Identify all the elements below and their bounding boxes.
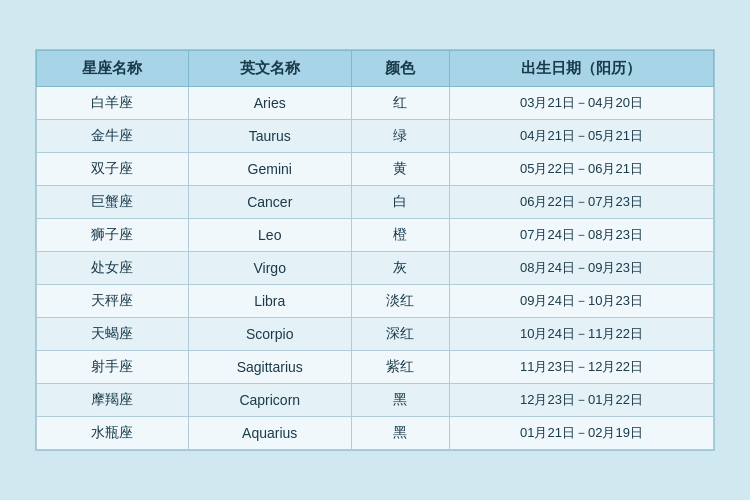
header-dates: 出生日期（阳历） [449, 51, 713, 87]
cell-chinese-name: 狮子座 [37, 219, 189, 252]
cell-dates: 05月22日－06月21日 [449, 153, 713, 186]
table-row: 处女座Virgo灰08月24日－09月23日 [37, 252, 714, 285]
cell-chinese-name: 巨蟹座 [37, 186, 189, 219]
header-color: 颜色 [351, 51, 449, 87]
cell-chinese-name: 双子座 [37, 153, 189, 186]
cell-color: 白 [351, 186, 449, 219]
cell-dates: 10月24日－11月22日 [449, 318, 713, 351]
cell-color: 黄 [351, 153, 449, 186]
table-row: 白羊座Aries红03月21日－04月20日 [37, 87, 714, 120]
cell-english-name: Cancer [188, 186, 351, 219]
cell-color: 深红 [351, 318, 449, 351]
cell-english-name: Sagittarius [188, 351, 351, 384]
header-chinese-name: 星座名称 [37, 51, 189, 87]
table-row: 天秤座Libra淡红09月24日－10月23日 [37, 285, 714, 318]
cell-color: 紫红 [351, 351, 449, 384]
cell-dates: 12月23日－01月22日 [449, 384, 713, 417]
table-row: 狮子座Leo橙07月24日－08月23日 [37, 219, 714, 252]
header-english-name: 英文名称 [188, 51, 351, 87]
cell-english-name: Libra [188, 285, 351, 318]
cell-color: 淡红 [351, 285, 449, 318]
zodiac-table-container: 星座名称 英文名称 颜色 出生日期（阳历） 白羊座Aries红03月21日－04… [35, 49, 715, 451]
cell-english-name: Aries [188, 87, 351, 120]
cell-color: 黑 [351, 417, 449, 450]
cell-chinese-name: 射手座 [37, 351, 189, 384]
cell-english-name: Scorpio [188, 318, 351, 351]
cell-chinese-name: 天蝎座 [37, 318, 189, 351]
cell-color: 红 [351, 87, 449, 120]
cell-english-name: Gemini [188, 153, 351, 186]
table-row: 巨蟹座Cancer白06月22日－07月23日 [37, 186, 714, 219]
table-body: 白羊座Aries红03月21日－04月20日金牛座Taurus绿04月21日－0… [37, 87, 714, 450]
table-row: 水瓶座Aquarius黑01月21日－02月19日 [37, 417, 714, 450]
cell-english-name: Taurus [188, 120, 351, 153]
cell-dates: 03月21日－04月20日 [449, 87, 713, 120]
cell-chinese-name: 摩羯座 [37, 384, 189, 417]
cell-dates: 07月24日－08月23日 [449, 219, 713, 252]
cell-english-name: Virgo [188, 252, 351, 285]
cell-color: 绿 [351, 120, 449, 153]
cell-dates: 01月21日－02月19日 [449, 417, 713, 450]
cell-chinese-name: 水瓶座 [37, 417, 189, 450]
table-row: 射手座Sagittarius紫红11月23日－12月22日 [37, 351, 714, 384]
cell-color: 黑 [351, 384, 449, 417]
cell-chinese-name: 天秤座 [37, 285, 189, 318]
cell-english-name: Aquarius [188, 417, 351, 450]
cell-english-name: Capricorn [188, 384, 351, 417]
cell-dates: 04月21日－05月21日 [449, 120, 713, 153]
table-row: 双子座Gemini黄05月22日－06月21日 [37, 153, 714, 186]
table-header-row: 星座名称 英文名称 颜色 出生日期（阳历） [37, 51, 714, 87]
cell-dates: 08月24日－09月23日 [449, 252, 713, 285]
cell-english-name: Leo [188, 219, 351, 252]
table-row: 摩羯座Capricorn黑12月23日－01月22日 [37, 384, 714, 417]
table-row: 天蝎座Scorpio深红10月24日－11月22日 [37, 318, 714, 351]
zodiac-table: 星座名称 英文名称 颜色 出生日期（阳历） 白羊座Aries红03月21日－04… [36, 50, 714, 450]
cell-chinese-name: 金牛座 [37, 120, 189, 153]
cell-chinese-name: 白羊座 [37, 87, 189, 120]
cell-dates: 06月22日－07月23日 [449, 186, 713, 219]
cell-dates: 11月23日－12月22日 [449, 351, 713, 384]
cell-color: 橙 [351, 219, 449, 252]
cell-dates: 09月24日－10月23日 [449, 285, 713, 318]
cell-chinese-name: 处女座 [37, 252, 189, 285]
table-row: 金牛座Taurus绿04月21日－05月21日 [37, 120, 714, 153]
cell-color: 灰 [351, 252, 449, 285]
